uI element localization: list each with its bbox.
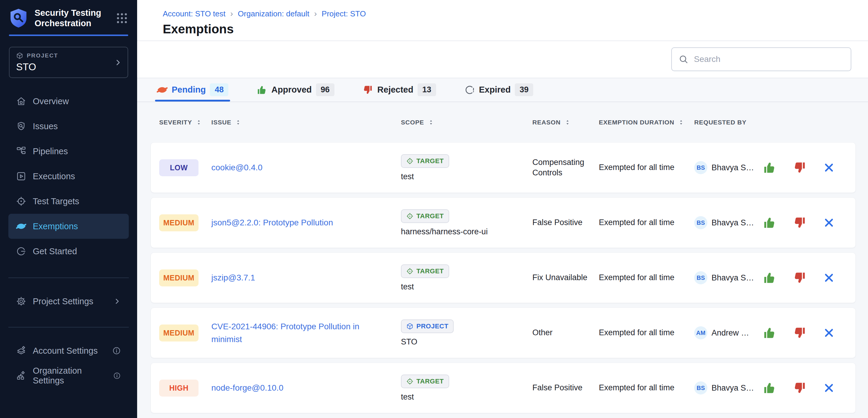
- thumb-down-icon: [793, 326, 807, 340]
- close-icon: [823, 162, 835, 173]
- breadcrumb-organization[interactable]: Organization: default: [238, 9, 309, 19]
- tab-rejected[interactable]: Rejected 13: [363, 78, 436, 102]
- requested-by-name: Andrew …: [712, 328, 749, 338]
- sidebar-item-issues[interactable]: Issues: [8, 114, 129, 139]
- thumb-up-icon: [256, 84, 267, 95]
- reject-button[interactable]: [793, 161, 807, 174]
- cube-icon: [16, 52, 23, 59]
- reason-text: Compensating Controls: [532, 157, 599, 178]
- column-header-severity[interactable]: SEVERITY: [159, 118, 211, 126]
- severity-badge: MEDIUM: [159, 270, 198, 286]
- info-icon[interactable]: [112, 346, 121, 355]
- sidebar-item-label: Account Settings: [33, 346, 98, 356]
- scope-name: harness/harness-core-ui: [401, 227, 488, 236]
- column-header-reason[interactable]: REASON: [532, 118, 599, 126]
- page-title: Exemptions: [163, 22, 851, 36]
- tab-count-badge: 96: [316, 83, 335, 96]
- sidebar-item-account-settings[interactable]: Account Settings: [8, 338, 129, 363]
- issue-link[interactable]: node-forge@0.10.0: [211, 381, 401, 394]
- sidebar-item-executions[interactable]: Executions: [8, 164, 129, 189]
- issue-link[interactable]: json5@2.2.0: Prototype Pollution: [211, 216, 401, 229]
- table-row: MEDIUM jszip@3.7.1 TARGET test Fix Unava…: [151, 253, 856, 303]
- sort-icon: [564, 118, 571, 126]
- approve-button[interactable]: [763, 271, 776, 285]
- eye-slash-icon: [16, 221, 26, 231]
- approve-button[interactable]: [763, 326, 776, 340]
- thumb-up-icon: [763, 381, 776, 395]
- project-selector[interactable]: PROJECT STO: [9, 47, 128, 78]
- app-switcher-grid-icon[interactable]: [116, 12, 128, 25]
- column-header-requested-by: REQUESTED BY: [694, 119, 763, 126]
- close-icon: [823, 382, 835, 393]
- scope-badge: PROJECT: [401, 319, 454, 333]
- dismiss-button[interactable]: [823, 162, 835, 173]
- dismiss-button[interactable]: [823, 272, 835, 283]
- dismiss-button[interactable]: [823, 327, 835, 339]
- column-header-scope[interactable]: SCOPE: [401, 118, 532, 126]
- column-header-exemption-duration[interactable]: EXEMPTION DURATION: [599, 118, 694, 126]
- avatar: AM: [694, 326, 707, 339]
- table-row: MEDIUM json5@2.2.0: Prototype Pollution …: [151, 198, 856, 248]
- target-icon: [406, 158, 413, 165]
- circle-arrow-icon: [16, 246, 26, 256]
- reject-button[interactable]: [793, 271, 807, 285]
- issue-link[interactable]: cookie@0.4.0: [211, 161, 401, 174]
- scope-badge: TARGET: [401, 209, 449, 223]
- duration-text: Exempted for all time: [599, 327, 694, 338]
- eye-slash-icon: [157, 84, 167, 95]
- issue-link[interactable]: CVE-2021-44906: Prototype Pollution in m…: [211, 320, 401, 346]
- approve-button[interactable]: [763, 216, 776, 230]
- sto-logo-shield-icon: [9, 8, 28, 29]
- toolbar: [137, 41, 868, 78]
- thumb-down-icon: [793, 271, 807, 285]
- divider: [8, 327, 129, 327]
- tab-expired[interactable]: Expired 39: [464, 78, 533, 102]
- dismiss-button[interactable]: [823, 217, 835, 228]
- duration-text: Exempted for all time: [599, 383, 694, 393]
- tab-pending[interactable]: Pending 48: [157, 78, 228, 102]
- project-selector-value: STO: [16, 61, 121, 73]
- avatar: BS: [694, 271, 707, 284]
- info-icon[interactable]: [113, 371, 121, 380]
- column-header-issue[interactable]: ISSUE: [211, 118, 401, 126]
- sidebar-item-label: Executions: [33, 172, 75, 181]
- approve-button[interactable]: [763, 381, 776, 395]
- sidebar-item-test-targets[interactable]: Test Targets: [8, 189, 129, 214]
- thumb-down-icon: [793, 216, 807, 230]
- tab-label: Rejected: [377, 85, 413, 95]
- table-row: MEDIUM CVE-2021-44906: Prototype Polluti…: [151, 308, 856, 358]
- breadcrumb-separator: ›: [314, 9, 317, 19]
- sidebar-item-label: Test Targets: [33, 197, 79, 206]
- sidebar-item-overview[interactable]: Overview: [8, 89, 129, 114]
- breadcrumb-account[interactable]: Account: STO test: [163, 9, 226, 19]
- exemptions-table: SEVERITY ISSUE SCOPE REASON EXEMPTION DU…: [137, 102, 868, 418]
- thumb-down-icon: [793, 161, 807, 174]
- thumb-down-icon: [363, 84, 373, 95]
- sidebar-item-pipelines[interactable]: Pipelines: [8, 139, 129, 164]
- sidebar-item-project-settings[interactable]: Project Settings: [8, 289, 129, 314]
- project-selector-label: PROJECT: [27, 53, 58, 59]
- dismiss-button[interactable]: [823, 382, 835, 393]
- org-gear-icon: [16, 371, 26, 381]
- search-box[interactable]: [671, 47, 851, 71]
- sidebar-item-get-started[interactable]: Get Started: [8, 239, 129, 264]
- sidebar-item-exemptions[interactable]: Exemptions: [8, 214, 129, 239]
- table-row: LOW cookie@0.4.0 TARGET test Compensatin…: [151, 143, 856, 193]
- reject-button[interactable]: [793, 216, 807, 230]
- play-square-icon: [16, 171, 26, 181]
- cube-icon: [406, 323, 413, 330]
- tab-label: Approved: [271, 85, 311, 95]
- reason-text: False Positive: [532, 383, 599, 393]
- severity-badge: MEDIUM: [159, 324, 198, 342]
- breadcrumb-project[interactable]: Project: STO: [321, 9, 366, 19]
- reject-button[interactable]: [793, 381, 807, 395]
- reject-button[interactable]: [793, 326, 807, 340]
- requested-by-name: Bhavya S…: [712, 163, 754, 172]
- approve-button[interactable]: [763, 161, 776, 174]
- search-input[interactable]: [694, 55, 844, 64]
- thumb-up-icon: [763, 271, 776, 285]
- tab-approved[interactable]: Approved 96: [256, 78, 334, 102]
- issue-link[interactable]: jszip@3.7.1: [211, 271, 401, 284]
- severity-badge: HIGH: [159, 380, 198, 396]
- sidebar-item-organization-settings[interactable]: Organization Settings: [8, 363, 129, 388]
